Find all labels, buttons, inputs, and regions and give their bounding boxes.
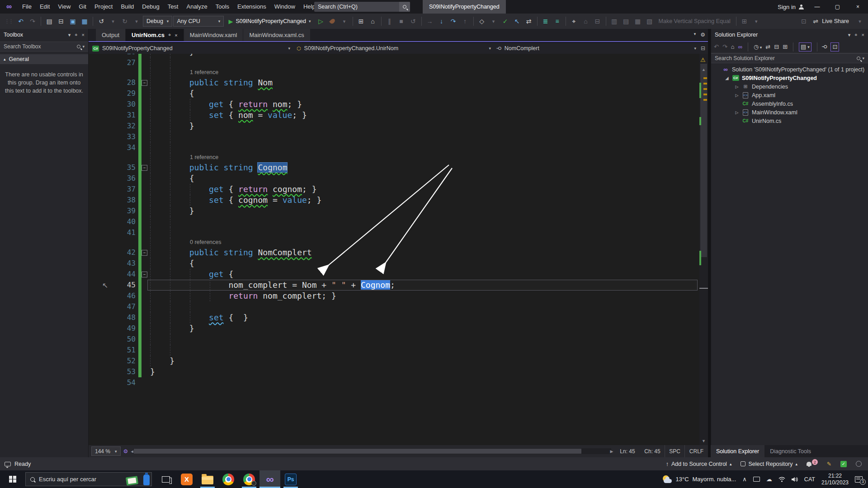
volume-icon[interactable] <box>792 477 798 482</box>
start-debugging-button[interactable]: ▶ S09INotifyPropertyChanged ▾ <box>225 16 314 27</box>
menu-item-edit[interactable]: Edit <box>36 3 54 10</box>
menu-item-file[interactable]: File <box>18 3 36 10</box>
bookmark-next-icon[interactable]: ⊟ <box>592 16 603 27</box>
step-into-icon[interactable]: ↓ <box>436 16 447 27</box>
line-ending-indicator[interactable]: CRLF <box>684 445 708 457</box>
code-line-36[interactable]: 36 { <box>89 173 699 184</box>
taskbar-weather-widget[interactable]: 13°C Mayorm. nubla... <box>663 475 736 483</box>
search-icon[interactable] <box>399 2 410 12</box>
panel-menu-icon[interactable]: ▾ <box>848 32 851 38</box>
analysis-dropdown-icon[interactable]: ▾ <box>488 16 499 27</box>
taskbar-clock[interactable]: 21:22 21/10/2023 <box>821 473 849 486</box>
save-icon[interactable]: ▣ <box>67 16 78 27</box>
tree-item-solution-s09inotifypropertychanged-1-of-1-project[interactable]: ∞Solution 'S09INotifyPropertyChanged' (1… <box>711 65 868 74</box>
nested-view-toggle[interactable]: ▤▾ <box>799 42 811 52</box>
panel-pin-icon[interactable]: ⌖ <box>854 32 857 38</box>
code-line-32[interactable]: 32 } <box>89 121 699 131</box>
tree-item-unirnom-cs[interactable]: C#UnirNom.cs <box>711 117 868 125</box>
preview-selected-toggle[interactable]: ⊡ <box>830 42 839 52</box>
expander-icon[interactable]: ◢ <box>725 76 729 80</box>
new-project-icon[interactable]: ▤ <box>44 16 55 27</box>
align-left-icon[interactable]: ▥ <box>609 16 620 27</box>
tab-diagnostic-tools[interactable]: Diagnostic Tools <box>764 445 816 457</box>
pause-icon[interactable]: ∥ <box>384 16 395 27</box>
horizontal-scrollbar[interactable] <box>133 448 611 454</box>
solution-search-input[interactable]: Search Solution Explorer ▾ <box>711 53 868 63</box>
feedback-icon[interactable]: ⊡ <box>798 16 809 27</box>
expander-icon[interactable]: ▷ <box>735 93 739 98</box>
sync-namespaces-icon[interactable]: ⇄ <box>524 16 534 27</box>
close-tab-icon[interactable]: × <box>175 33 177 38</box>
wifi-icon[interactable] <box>778 477 785 482</box>
navigate-back-icon[interactable]: ↶ <box>15 16 26 27</box>
code-editor[interactable]: 26 }271 reference28− public string Nom29… <box>89 54 699 445</box>
action-center-button[interactable]: 3 <box>855 476 863 483</box>
code-analysis-icon[interactable]: ◇ <box>476 16 487 27</box>
scroll-right-icon[interactable]: ▶ <box>609 445 615 457</box>
menu-item-view[interactable]: View <box>54 3 75 10</box>
start-button[interactable] <box>0 470 25 488</box>
collapse-region-icon[interactable]: − <box>142 165 147 171</box>
se-forward-icon[interactable]: ↷ <box>722 43 727 50</box>
indent-decrease-icon[interactable]: ≣ <box>540 16 551 27</box>
sync-with-active-document-icon[interactable]: ⇄ <box>765 43 770 50</box>
toolbox-search-input[interactable]: Search Toolbox ▾ <box>0 42 88 52</box>
redo-dropdown-icon[interactable]: ▾ <box>131 16 142 27</box>
code-line-44[interactable]: 44− get { <box>89 269 699 280</box>
sign-in-button[interactable]: Sign in <box>778 0 804 14</box>
keyboard-language[interactable]: CAT <box>804 476 815 483</box>
code-line-51[interactable]: 51 <box>89 345 699 356</box>
user-status-icon[interactable] <box>851 461 868 467</box>
start-without-debugging-icon[interactable]: ▷ <box>316 16 326 27</box>
designer-window-icon[interactable]: ⌂ <box>368 16 378 27</box>
breadcrumb-member[interactable]: ⚲ NomComplert ▾ ⊟ <box>494 45 708 52</box>
tab-output[interactable]: Output <box>96 29 125 41</box>
tab-mainwindow-xaml[interactable]: MainWindow.xaml <box>184 29 243 41</box>
code-line-37[interactable]: 37 get { return cognom; } <box>89 184 699 195</box>
pointer-icon[interactable]: ↖ <box>512 16 523 27</box>
menu-item-project[interactable]: Project <box>90 3 117 10</box>
make-same-size-icon[interactable]: ▧ <box>644 16 655 27</box>
toolbox-menu-icon[interactable]: ▾ <box>68 32 71 38</box>
breadcrumb-class[interactable]: ⬡ S09INotifyPropertyChanged.UnirNom ▾ <box>293 45 494 52</box>
breadcrumb-project[interactable]: C# S09INotifyPropertyChanged ▾ <box>89 45 293 52</box>
sync-settings-icon[interactable]: ⚙ <box>121 448 131 455</box>
save-all-icon[interactable]: ▦ <box>79 16 90 27</box>
live-share-icon[interactable]: ⇌ <box>810 16 821 27</box>
menu-item-window[interactable]: Window <box>270 3 299 10</box>
select-repository-button[interactable]: Select Repository▴ <box>736 461 802 467</box>
menu-item-tools[interactable]: Tools <box>212 3 233 10</box>
code-line-48[interactable]: 48 set { } <box>89 312 699 323</box>
taskbar-app-xampp[interactable]: X <box>176 470 197 488</box>
code-line-40[interactable]: 40 <box>89 216 699 227</box>
undo-dropdown-icon[interactable]: ▾ <box>108 16 118 27</box>
menu-item-analyze[interactable]: Analyze <box>182 3 211 10</box>
code-line-39[interactable]: 39 } <box>89 206 699 216</box>
code-line-29[interactable]: 29 { <box>89 88 699 99</box>
code-line-47[interactable]: 47 <box>89 301 699 312</box>
tab-list-dropdown-icon[interactable]: ▾ <box>694 32 696 38</box>
code-line-28[interactable]: 1 reference28− public string Nom <box>89 68 699 88</box>
navigate-forward-icon[interactable]: ↷ <box>27 16 38 27</box>
code-line-41[interactable]: 41 <box>89 227 699 238</box>
code-line-31[interactable]: 31 set { nom = value; } <box>89 110 699 121</box>
toolbox-group-general[interactable]: ▴ General <box>0 54 88 64</box>
indent-increase-icon[interactable]: ≡ <box>552 16 563 27</box>
hot-reload-dropdown-icon[interactable]: ▾ <box>339 16 350 27</box>
taskbar-app-chrome-profile[interactable] <box>239 470 259 488</box>
tab-unirnom-cs[interactable]: UnirNom.cs ⌖ × <box>126 29 184 41</box>
step-out-icon[interactable]: ↑ <box>460 16 471 27</box>
device-icon[interactable] <box>753 477 760 482</box>
breadcrumb-dropdown-icon[interactable]: ▾ <box>694 46 696 51</box>
feedback-bubble-icon[interactable] <box>5 462 11 466</box>
code-line-53[interactable]: 53} <box>89 366 699 377</box>
code-line-33[interactable]: 33 <box>89 131 699 142</box>
collapse-region-icon[interactable]: − <box>142 250 147 256</box>
codelens-references[interactable]: 0 references <box>190 239 221 245</box>
switch-views-icon[interactable]: ∞ <box>738 43 742 50</box>
insert-mode-indicator[interactable]: SPC <box>665 445 684 457</box>
pin-icon[interactable]: ⌖ <box>168 32 171 38</box>
code-line-35[interactable]: 1 reference35− public string Cognom <box>89 153 699 173</box>
scrollbar-thumb[interactable] <box>700 64 707 257</box>
code-line-30[interactable]: 30 get { return nom; } <box>89 99 699 110</box>
